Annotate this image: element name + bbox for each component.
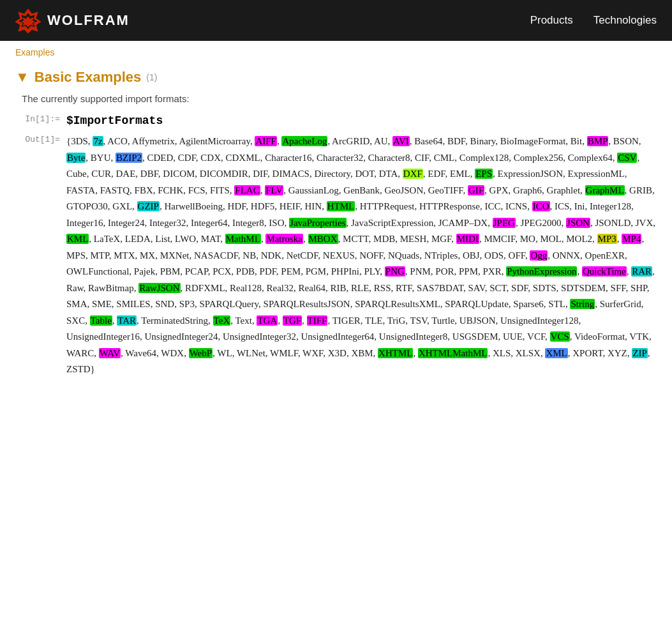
hl-XHTML: XHTML (378, 348, 413, 358)
hl-FLAC: FLAC (234, 185, 260, 195)
hl-HTML: HTML (327, 201, 355, 211)
section-title-text: Basic Examples (34, 69, 142, 86)
hl-BZIP2: BZIP2 (116, 153, 142, 163)
hl-QuickTime: QuickTime (582, 266, 627, 277)
hl-String: String (570, 299, 595, 309)
hl-AVI: AVI (392, 136, 410, 146)
chevron-icon[interactable]: ▼ (15, 69, 29, 86)
main-content: ▼ Basic Examples (1) The currently suppo… (0, 61, 672, 404)
wolfram-logo-icon (15, 8, 41, 33)
hl-ICO: ICO (532, 201, 550, 211)
hl-GIF: GIF (468, 185, 484, 195)
navbar: WOLFRAM Products Technologies (0, 0, 672, 41)
hl-VCS: VCS (550, 331, 570, 342)
hl-AIFF: AIFF (255, 136, 277, 146)
hl-GZIP: GZIP (137, 201, 160, 211)
hl-JSON: JSON (566, 218, 590, 228)
section-count: (1) (146, 72, 157, 82)
output-content: {3DS, 7z, ACO, Affymetrix, AgilentMicroa… (66, 133, 657, 378)
nav-technologies[interactable]: Technologies (594, 14, 657, 27)
hl-TeX: TeX (213, 315, 231, 326)
hl-KML: KML (66, 234, 89, 244)
section-title-row: ▼ Basic Examples (1) (15, 69, 657, 86)
hl-TIFF: TIFF (307, 315, 328, 326)
hl-PythonExpression: PythonExpression (506, 266, 577, 277)
hl-MathML: MathML (225, 234, 261, 244)
hl-XHTMLMathML: XHTMLMathML (418, 348, 488, 358)
hl-MIDI: MIDI (456, 234, 479, 244)
hl-DXF: DXF (403, 169, 423, 179)
nav-products[interactable]: Products (530, 14, 573, 27)
hl-WAV: WAV (99, 348, 121, 358)
hl-JPEG: JPEG (493, 218, 516, 228)
input-cell: In[1]:= $ImportFormats (15, 113, 657, 128)
navbar-links: Products Technologies (530, 14, 657, 27)
hl-ZIP: ZIP (632, 348, 648, 358)
hl-MBOX: MBOX (308, 234, 338, 244)
hl-Table: Table (90, 315, 112, 326)
hl-FLV: FLV (265, 185, 283, 195)
hl-Matroska: Matroska (265, 234, 303, 244)
hl-MP4: MP4 (622, 234, 641, 244)
hl-XML: XML (545, 348, 567, 358)
hl-CSV: CSV (617, 153, 637, 163)
hl-ApacheLog: ApacheLog (281, 136, 327, 146)
output-cell: Out[1]= {3DS, 7z, ACO, Affymetrix, Agile… (15, 133, 657, 378)
brand-name: WOLFRAM (47, 12, 130, 29)
hl-RAR: RAR (631, 266, 652, 277)
hl-PNG: PNG (385, 266, 405, 277)
section-description: The currently supported import formats: (15, 93, 657, 104)
hl-GraphML: GraphML (585, 185, 625, 195)
hl-WebP: WebP (189, 348, 213, 358)
input-code[interactable]: $ImportFormats (66, 113, 163, 128)
hl-7z: 7z (93, 136, 103, 146)
breadcrumb: Examples (0, 41, 672, 61)
hl-JavaProperties: JavaProperties (289, 218, 346, 228)
output-label: Out[1]= (15, 133, 66, 144)
hl-RawJSON: RawJSON (138, 283, 180, 293)
hl-TAR: TAR (117, 315, 137, 326)
breadcrumb-link[interactable]: Examples (15, 47, 54, 57)
hl-Byte: Byte (66, 153, 86, 163)
brand-area: WOLFRAM (15, 8, 130, 33)
hl-BMP: BMP (587, 136, 609, 146)
svg-marker-2 (22, 17, 34, 27)
input-label: In[1]:= (15, 113, 66, 124)
hl-Ogg: Ogg (530, 250, 548, 261)
hl-MP3: MP3 (597, 234, 617, 244)
hl-TGF: TGF (283, 315, 302, 326)
hl-TGA: TGA (257, 315, 278, 326)
hl-EPS: EPS (475, 169, 493, 179)
